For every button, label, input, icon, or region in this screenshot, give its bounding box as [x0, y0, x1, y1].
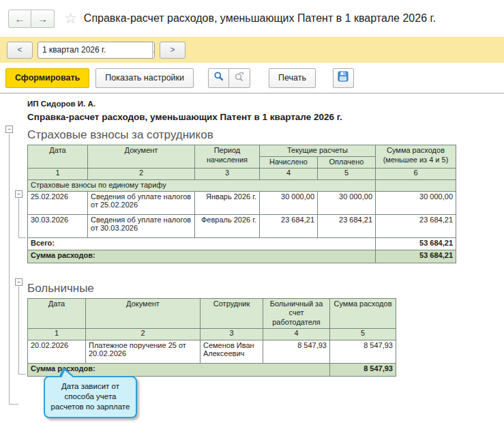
col-number: 2 — [88, 168, 195, 179]
cell-document[interactable]: Сведения об уплате налогов от 25.02.2026 — [88, 191, 195, 214]
col-number: 6 — [376, 168, 456, 179]
search-button[interactable] — [208, 68, 229, 88]
report-body: ИП Сидоров И. А. Справка-расчет расходов… — [0, 93, 504, 377]
expenses-value: 53 684,21 — [376, 250, 456, 263]
collapse-report-icon[interactable]: − — [5, 126, 13, 133]
sick-section-heading: Больничные — [27, 282, 504, 295]
search-icon — [213, 71, 224, 85]
save-button[interactable] — [333, 68, 354, 88]
cell-document[interactable]: Сведения об уплате налогов от 30.03.2026 — [88, 214, 195, 237]
cell-period: Февраль 2026 г. — [195, 214, 260, 237]
search-next-button[interactable] — [229, 68, 250, 88]
col-number: 2 — [86, 328, 201, 340]
cell-date: 25.02.2026 — [28, 191, 88, 214]
period-field: ... — [38, 42, 155, 59]
forward-button[interactable]: → — [31, 10, 55, 28]
cell-amount: 8 547,93 — [330, 340, 396, 363]
insurance-group-row: Страховые взносы по единому тарифу — [28, 179, 456, 191]
expenses-label: Сумма расходов: — [28, 250, 376, 263]
col-header-current-settlements: Текущие расчеты — [260, 145, 376, 157]
table-row[interactable]: 30.03.2026 Сведения об уплате налогов от… — [28, 214, 456, 237]
next-period-button[interactable]: > — [160, 42, 186, 59]
col-header-expense-amount: Сумма расходов — [330, 298, 396, 328]
cell-amount: 23 684,21 — [376, 214, 456, 237]
insurance-header-row: Дата Документ Период начисления Текущие … — [28, 145, 456, 157]
back-button[interactable]: ← — [8, 10, 31, 28]
col-header-document: Документ — [86, 298, 201, 328]
expenses-value: 8 547,93 — [330, 363, 396, 376]
period-input[interactable] — [38, 42, 152, 58]
total-label: Всего: — [28, 237, 376, 250]
insurance-expenses-row: Сумма расходов: 53 684,21 — [28, 250, 456, 263]
col-header-date: Дата — [28, 298, 86, 328]
total-value: 53 684,21 — [376, 237, 456, 250]
col-number: 3 — [195, 168, 260, 179]
tree-line — [9, 134, 10, 404]
period-choose-button[interactable]: ... — [152, 42, 155, 58]
table-row[interactable]: 20.02.2026 Платежное поручение 25 от 20.… — [28, 340, 396, 363]
col-number: 1 — [28, 328, 86, 340]
window-titlebar: ← → ☆ Справка-расчет расходов, уменьшающ… — [0, 0, 504, 37]
col-number: 4 — [263, 328, 330, 340]
col-number: 1 — [28, 168, 88, 179]
collapse-insurance-group-icon[interactable]: − — [15, 190, 23, 198]
tree-line — [18, 237, 26, 238]
cell-paid: 23 684,21 — [318, 214, 376, 237]
col-number: 5 — [318, 168, 376, 179]
sick-header-row: Дата Документ Сотрудник Больничный за сч… — [28, 298, 396, 328]
tooltip-text: Дата зависит от способа учета расчетов п… — [51, 382, 130, 411]
search-next-icon — [234, 71, 245, 85]
tree-line — [18, 287, 19, 374]
insurance-total-row: Всего: 53 684,21 — [28, 237, 456, 250]
col-header-document: Документ — [88, 145, 195, 169]
insurance-section-heading: Страховые взносы за сотрудников — [27, 128, 504, 142]
cell-accrued: 23 684,21 — [260, 214, 318, 237]
col-header-accrued: Начислено — [260, 156, 318, 168]
col-number: 5 — [330, 328, 396, 340]
col-header-date: Дата — [28, 145, 88, 169]
date-hint-tooltip: Дата зависит от способа учета расчетов п… — [44, 376, 137, 418]
print-button[interactable]: Печать — [269, 68, 316, 88]
cell-date: 20.02.2026 — [28, 340, 86, 363]
insurance-table: Дата Документ Период начисления Текущие … — [27, 145, 456, 263]
col-header-expense-amount: Сумма расходов (меньшее из 4 и 5) — [376, 145, 456, 169]
tooltip-arrow-icon — [61, 370, 74, 378]
table-row[interactable]: 25.02.2026 Сведения об уплате налогов от… — [28, 191, 456, 214]
sick-column-numbers-row: 1 2 3 4 5 — [28, 328, 396, 340]
col-number: 4 — [260, 168, 318, 179]
history-nav: ← → — [8, 10, 55, 28]
col-header-employer-paid: Больничный за счет работодателя — [263, 298, 330, 328]
generate-button[interactable]: Сформировать — [5, 68, 89, 88]
tree-line — [18, 374, 26, 375]
collapse-sick-group-icon[interactable]: − — [15, 278, 23, 286]
col-header-employee: Сотрудник — [201, 298, 263, 328]
save-icon — [338, 71, 349, 85]
cell-amount: 30 000,00 — [376, 191, 456, 214]
report-toolbar: Сформировать Показать настройки Печать — [0, 63, 504, 93]
search-button-group — [208, 68, 250, 88]
period-bar: < ... > — [0, 37, 504, 63]
show-settings-button[interactable]: Показать настройки — [95, 68, 194, 88]
cell-period: Январь 2026 г. — [195, 191, 260, 214]
cell-document[interactable]: Платежное поручение 25 от 20.02.2026 — [86, 340, 201, 363]
tree-line — [9, 404, 18, 405]
insurance-column-numbers-row: 1 2 3 4 5 6 — [28, 168, 456, 179]
organization-name: ИП Сидоров И. А. — [27, 100, 504, 108]
report-title: Справка-расчет расходов, уменьшающих Пат… — [27, 112, 504, 122]
col-header-period: Период начисления — [195, 145, 260, 169]
previous-period-button[interactable]: < — [7, 42, 33, 59]
sick-leave-table: Дата Документ Сотрудник Больничный за сч… — [27, 298, 396, 377]
sick-expenses-row: Сумма расходов: 8 547,93 — [28, 363, 396, 376]
col-number: 3 — [201, 328, 263, 340]
cell-accrued: 30 000,00 — [260, 191, 318, 214]
tree-line — [18, 199, 19, 237]
group-row-label: Страховые взносы по единому тарифу — [28, 179, 376, 191]
forward-arrow-icon: → — [38, 13, 48, 25]
favorite-star-icon[interactable]: ☆ — [64, 10, 77, 27]
cell-date: 30.03.2026 — [28, 214, 88, 237]
page-title: Справка-расчет расходов, уменьшающих Пат… — [84, 12, 436, 25]
cell-employer-paid: 8 547,93 — [263, 340, 330, 363]
col-header-paid: Оплачено — [318, 156, 376, 168]
back-arrow-icon: ← — [15, 13, 25, 25]
group-row-empty-cell — [376, 179, 456, 191]
